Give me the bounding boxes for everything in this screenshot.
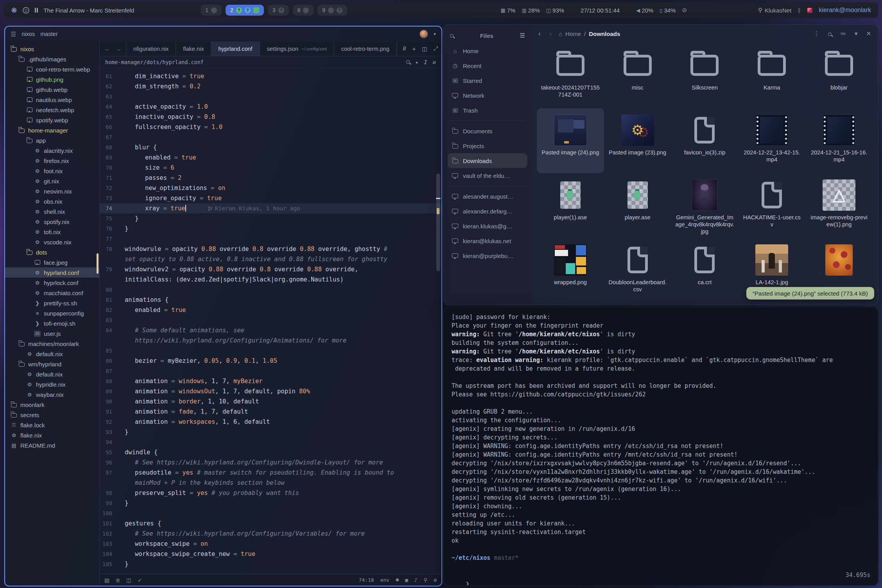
sidebar-item-kieran-klukas-g-[interactable]: kieran.klukas@g… <box>448 219 527 233</box>
sidebar-item-alesander-august-[interactable]: alesander.august… <box>448 189 527 204</box>
code-line-79[interactable]: 79windowrulev2 = opacity 0.88 override 0… <box>100 264 441 274</box>
file-item-pasted-image-24-png[interactable]: Pasted image (24).png <box>537 108 604 173</box>
collab-panel-toggle-icon[interactable]: ◫ <box>126 577 131 583</box>
terminal-window[interactable]: [sudo] password for kierank:Place your f… <box>443 307 878 586</box>
code-line-67[interactable]: 67 <box>100 132 441 142</box>
code-line-78-wrap[interactable]: set opacity to 0.88 active, 0.8 inactive… <box>100 254 441 264</box>
sidebar-item-home[interactable]: ⌂Home <box>448 43 527 58</box>
tree-item-github.png[interactable]: github.png <box>5 74 99 84</box>
file-item-pasted-image-23-png[interactable]: Pasted image (23).png <box>604 108 671 173</box>
tree-item-tofi-emoji.sh[interactable]: ❯tofi-emoji.sh <box>5 318 99 328</box>
code-line-80[interactable]: 80 <box>100 285 441 295</box>
new-tab-button[interactable]: + <box>412 46 416 52</box>
tree-item-git.nix[interactable]: ⚙git.nix <box>5 176 99 186</box>
breadcrumb[interactable]: home-manager/dots/hyprland.conf <box>105 59 204 65</box>
editor-scrollbar[interactable] <box>436 174 440 271</box>
tree-item-shell.nix[interactable]: ⚙shell.nix <box>5 206 99 217</box>
tree-item-default.nix[interactable]: ⚙default.nix <box>5 349 99 359</box>
sidebar-item-trash[interactable]: Trash <box>448 103 527 118</box>
menu-icon[interactable]: ☰ <box>11 30 16 38</box>
sidebar-item-documents[interactable]: Documents <box>448 124 527 138</box>
tree-item-hypridle.nix[interactable]: ⚙hypridle.nix <box>5 379 99 389</box>
tree-item-flake.lock[interactable]: ⚿flake.lock <box>5 420 99 430</box>
file-item-karma[interactable]: Karma <box>738 43 805 108</box>
tree-item-firefox.nix[interactable]: ⚙firefox.nix <box>5 156 99 166</box>
zoom-pane-icon[interactable]: ⤢ <box>434 45 438 52</box>
code-line-64[interactable]: 64active_opacity = 1.0 <box>100 102 441 112</box>
spotify-icon[interactable] <box>23 7 29 14</box>
tree-item-waybar.nix[interactable]: ⚙waybar.nix <box>5 389 99 400</box>
sidebar-item-recent[interactable]: ◷Recent <box>448 58 527 73</box>
code-line-81[interactable]: 81animations { <box>100 295 441 305</box>
tree-item-README.md[interactable]: ▤README.md <box>5 440 99 450</box>
code-line-97[interactable]: 97pseudotile = yes # master switch for p… <box>100 468 441 478</box>
file-item-image-removebg-preview-1-png[interactable]: image-removebg-preview(1).png <box>805 173 873 238</box>
code-line-105[interactable]: 105} <box>100 559 441 569</box>
file-item-wrapped-png[interactable]: wrapped.png <box>537 238 604 303</box>
tree-item-neofetch.webp[interactable]: neofetch.webp <box>5 105 99 115</box>
code-line-90[interactable]: 90animation = border, 1, 10, default <box>100 396 441 407</box>
list-view-icon[interactable]: ≔ <box>840 30 846 37</box>
project-panel-scrollbar[interactable] <box>97 253 99 274</box>
files-forward-icon[interactable]: › <box>549 30 552 38</box>
close-window-icon[interactable]: ✕ <box>866 30 871 37</box>
code-line-66[interactable]: 66fullscreen_opacity = 1.0 <box>100 122 441 132</box>
sidebar-item-alexander-defarg-[interactable]: alexander.defarg… <box>448 204 527 219</box>
tab-hyprland.conf[interactable]: hyprland.conf <box>211 41 260 56</box>
code-line-61[interactable]: 61dim_inactive = true <box>100 71 441 81</box>
sidebar-item-kieran-klukas-net[interactable]: kieran@klukas.net <box>448 233 527 248</box>
tree-item-dots[interactable]: dots <box>5 247 99 257</box>
workspace-3[interactable]: 3? <box>268 5 289 16</box>
file-item-blobjar[interactable]: blobjar <box>805 43 873 108</box>
code-line-93[interactable]: 93} <box>100 427 441 437</box>
code-line-65[interactable]: 65inactive_opacity = 0.8 <box>100 112 441 122</box>
code-line-83[interactable]: 83 <box>100 315 441 325</box>
repl-button[interactable]: R <box>403 45 406 52</box>
diagnostics-check-icon[interactable]: ✓ <box>138 577 142 583</box>
nixos-logo-icon[interactable]: ❋ <box>11 6 17 15</box>
workspace-8[interactable]: 8 <box>293 5 314 16</box>
file-item-misc[interactable]: misc <box>604 43 671 108</box>
sidebar-item-starred[interactable]: Starred <box>448 73 527 88</box>
code-line-69[interactable]: 69enabled = true <box>100 152 441 163</box>
tree-item-wm/hyprland[interactable]: wm/hyprland <box>5 359 99 369</box>
view-options-chevron-icon[interactable]: ▾ <box>855 30 858 37</box>
sidebar-item-vault-of-the-eldu-[interactable]: vault of the eldu… <box>448 168 527 183</box>
code-line-103[interactable]: 103workspace_swipe = on <box>100 539 441 549</box>
file-item-hackatime-1-user-csv[interactable]: HACKATIME-1-user.csv <box>738 173 805 238</box>
settings-gear-icon[interactable]: ⚙ <box>434 577 437 583</box>
file-item-favicon-io-3-zip[interactable]: favicon_io(3).zip <box>671 108 739 173</box>
project-panel-toggle-icon[interactable]: ▤ <box>104 577 109 583</box>
code-line-77[interactable]: 77 <box>100 234 441 244</box>
tree-item-nautilus.webp[interactable]: nautilus.webp <box>5 95 99 105</box>
files-search-icon[interactable] <box>450 34 454 38</box>
tree-item-cool-retro-term.webp[interactable]: cool-retro-term.webp <box>5 64 99 74</box>
tree-item-moonlark[interactable]: moonlark <box>5 400 99 410</box>
zed-titlebar[interactable]: ☰ nixos master ▾ <box>5 27 441 41</box>
code-line-84[interactable]: 84# Some default animations, see <box>100 325 441 335</box>
code-line-101[interactable]: 101gestures { <box>100 518 441 529</box>
tree-item-hyprlock.conf[interactable]: ⚙hyprlock.conf <box>5 278 99 288</box>
workspace-1[interactable]: 1 <box>201 5 222 16</box>
tab-settings.json[interactable]: settings.json~/.config/zed <box>260 41 334 56</box>
tree-item-prettify-ss.sh[interactable]: ❯prettify-ss.sh <box>5 298 99 308</box>
file-item-doubloonleaderboard-csv[interactable]: DoubloonLeaderboard.csv <box>604 238 671 303</box>
nav-forward-icon[interactable]: → <box>116 46 122 52</box>
code-line-63[interactable]: 63 <box>100 91 441 102</box>
tree-item-home-manager[interactable]: home-manager <box>5 125 99 135</box>
code-line-102[interactable]: 102# See https://wiki.hyprland.org/Confi… <box>100 529 441 539</box>
sidebar-item-downloads[interactable]: Downloads <box>448 153 527 168</box>
folder-search-icon[interactable] <box>828 30 832 37</box>
file-item-gemini-generated-image-4rqv8k4rqv8k4rqv-jpg[interactable]: Gemini_Generated_Image_4rqv8k4rqv8k4rqv.… <box>671 173 739 238</box>
code-line-75[interactable]: 75} <box>100 213 441 224</box>
file-item-takeout-20241207t155714z-001[interactable]: takeout-20241207T155714Z-001 <box>537 43 604 108</box>
code-line-87[interactable]: 87 <box>100 366 441 376</box>
tree-item-vscode.nix[interactable]: ⚙vscode.nix <box>5 237 99 247</box>
code-line-99[interactable]: 99} <box>100 498 441 508</box>
tab-flake.nix[interactable]: flake.nix <box>176 41 211 56</box>
code-line-82[interactable]: 82enabled = true <box>100 305 441 315</box>
files-menu-icon[interactable]: ☰ <box>520 32 525 39</box>
code-line-92[interactable]: 92animation = workspaces, 1, 6, default <box>100 417 441 427</box>
inline-assist-icon[interactable]: ✦ <box>415 59 418 65</box>
file-item-player-1-ase[interactable]: player(1).ase <box>537 173 604 238</box>
